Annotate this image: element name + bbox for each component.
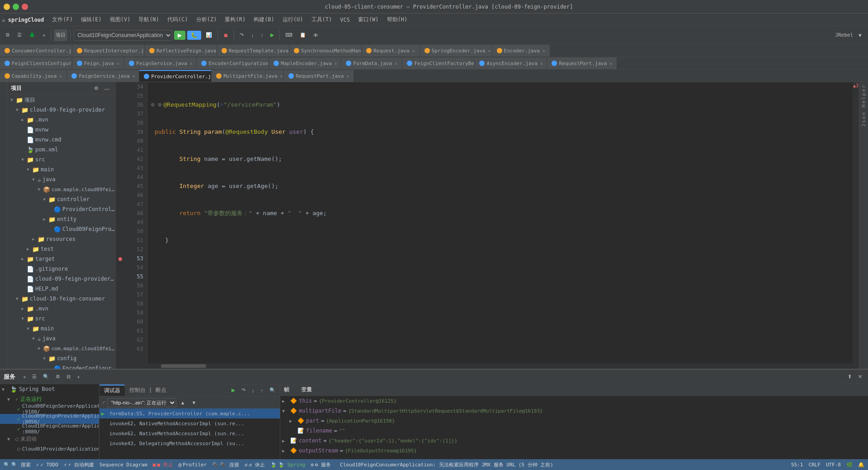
run-config-dropdown[interactable]: Cloud10FeignConsumerApplication: [73, 30, 172, 41]
tree-item-pkg2[interactable]: ▼ 📦 com.maple.cloud10feignconsumer: [7, 343, 115, 353]
tree-item-provider-controller[interactable]: ▶ 🔵 ProviderController: [7, 204, 115, 214]
scrollbar-thumb[interactable]: [161, 364, 206, 368]
tab-feign-clients-config[interactable]: FeignClientsConfiguration.java ✕: [0, 57, 72, 69]
tree-item-mvn2[interactable]: ▶ 📁 .mvn: [7, 304, 115, 314]
tab-reflective-feign[interactable]: ReflectiveFeign.java ✕: [145, 45, 217, 56]
menu-vcs[interactable]: VCS: [336, 15, 354, 24]
status-todo[interactable]: ✓ ✓ TODO: [36, 462, 58, 468]
thread-sort[interactable]: ▼: [189, 399, 199, 406]
status-position[interactable]: 55:1: [791, 462, 803, 468]
tab-close[interactable]: ✕: [280, 74, 283, 79]
toolbar-plus[interactable]: +: [40, 31, 48, 39]
tree-item-cloud10[interactable]: ▼ 📁 cloud-10-feign-consumer: [7, 294, 115, 304]
tab-form-data[interactable]: FormData.java ✕: [341, 57, 402, 69]
tree-item-mvnwcmd1[interactable]: ▶ 📄 mvnw.cmd: [7, 135, 115, 145]
resume[interactable]: ▶: [268, 31, 277, 39]
menu-view[interactable]: 视图(V): [106, 14, 134, 25]
debug-resume[interactable]: ▶: [229, 386, 237, 394]
profile-btn[interactable]: 📊: [203, 31, 215, 39]
spring-boot-root[interactable]: ▼ 🍃 Spring Boot: [0, 384, 99, 394]
tree-item-entity1[interactable]: ▶ 📁 entity: [7, 214, 115, 224]
tree-item-config[interactable]: ▼ 📁 config: [7, 353, 115, 363]
var-content[interactable]: ▶ 📝 content = {"header":{"userId":1},"mo…: [280, 436, 868, 446]
services-add[interactable]: +: [21, 373, 28, 381]
toolbar-settings[interactable]: ⚙: [3, 31, 13, 39]
tab-encoder[interactable]: Encoder.java ✕: [492, 45, 551, 56]
menu-help[interactable]: 帮助(H): [383, 14, 411, 25]
var-filename[interactable]: ▶ 📝 filename = "": [280, 426, 868, 436]
status-profiler[interactable]: @ Profiler: [179, 462, 207, 468]
watches-btn[interactable]: 👁: [311, 31, 321, 39]
tab-close[interactable]: ✕: [540, 61, 543, 66]
cloud09-app[interactable]: ▶ ✓ Cloud09FeignProviderApplication :805…: [0, 414, 99, 424]
step-out[interactable]: ↑: [258, 31, 266, 39]
code-content[interactable]: ⊙ ⊙ @RequestMapping(☞"/serviceParam") pu…: [147, 82, 853, 363]
status-notifications[interactable]: 🔔: [858, 462, 864, 468]
menu-code[interactable]: 代码(C): [164, 14, 192, 25]
toolbar-tree[interactable]: 🌲: [26, 31, 38, 39]
cloud01-app[interactable]: ▶ ○ Cloud01ProviderApplication: [0, 444, 99, 454]
tab-request[interactable]: Request.java ✕: [362, 45, 420, 56]
services-close[interactable]: ✕: [856, 373, 864, 381]
status-git[interactable]: 🌿: [846, 462, 853, 468]
services-settings[interactable]: ⚙: [53, 373, 62, 381]
frames-btn[interactable]: 📋: [297, 31, 309, 39]
tree-item-mvn1[interactable]: ▶ 📁 .mvn: [7, 115, 115, 125]
services-collapse-all[interactable]: ⊟: [64, 373, 73, 381]
sidebar-gear[interactable]: ⚙: [92, 85, 101, 92]
tree-item-cloud09app[interactable]: ▶ 🔵 Cloud09FeignProviderApplication: [7, 224, 115, 234]
tree-item-main1[interactable]: ▼ 📁 main: [7, 164, 115, 174]
menu-refactor[interactable]: 重构(R): [221, 14, 249, 25]
jrebel-settings[interactable]: ▼: [855, 31, 865, 39]
services-filter[interactable]: 🔍: [41, 373, 52, 381]
cloud10-app[interactable]: ▶ ✓ Cloud10FeignConsumerApplication :808…: [0, 424, 99, 434]
tab-close[interactable]: ✕: [190, 61, 193, 66]
menu-edit[interactable]: 编辑(E): [77, 14, 105, 25]
debug-step-into[interactable]: ↓: [250, 386, 257, 394]
tab-close[interactable]: ✕: [542, 48, 545, 53]
tab-feign-service2[interactable]: FeignService.java ✕: [67, 70, 139, 82]
tab-request-template[interactable]: RequestTemplate.java ✕: [217, 45, 289, 56]
evaluate-btn[interactable]: ⌨: [283, 31, 295, 39]
stop-btn[interactable]: ⏹: [221, 31, 231, 39]
close-btn[interactable]: [22, 4, 28, 10]
status-spring[interactable]: 🍃 🍃 Spring: [270, 462, 305, 468]
tab-maple-encoder[interactable]: MapleEncoder.java ✕: [269, 57, 341, 69]
status-stop[interactable]: ■ ■ 终止: [153, 461, 173, 468]
tab-request-part3[interactable]: RequestPart.java ✕: [284, 70, 354, 82]
tree-item-encoder-config[interactable]: ▶ 🔵 EncoderConfiguration: [7, 363, 115, 369]
tab-close[interactable]: ✕: [346, 74, 349, 79]
thread-dropdown[interactable]: "http-nio-...ain": 正在运行: [107, 398, 176, 407]
var-outputstream[interactable]: ▶ 🔶 outputStream = {FileOutputStream@161…: [280, 446, 868, 456]
tab-capability[interactable]: Capability.java ✕: [0, 70, 67, 82]
debug-tab-console[interactable]: 控制台 | 断点: [125, 385, 171, 395]
tab-feign-factory-bean[interactable]: FeignClientFactoryBean.java ✕: [402, 57, 475, 69]
var-multipartfile[interactable]: ▼ 🔶 multipartFile = {StandardMultipartHt…: [280, 406, 868, 416]
tab-close[interactable]: ✕: [609, 61, 612, 66]
tab-async-encoder[interactable]: AsyncEncoder.java ✕: [475, 57, 547, 69]
frame-delegating[interactable]: ▶ invoke43, DelegatingMethodAccessorImpl…: [99, 438, 280, 448]
menu-run[interactable]: 运行(U): [279, 14, 307, 25]
tab-request-part2[interactable]: RequestPart.java ✕: [547, 57, 617, 69]
not-started-status[interactable]: ▼ ○ 未启动: [0, 434, 99, 444]
status-connect[interactable]: 🔌 🔌 连接: [212, 461, 239, 468]
tab-close[interactable]: ✕: [395, 61, 397, 66]
tree-item-src2[interactable]: ▼ 📁 src: [7, 314, 115, 324]
tab-close[interactable]: ✕: [488, 48, 491, 53]
tab-close[interactable]: ✕: [59, 74, 62, 79]
cloud08-app[interactable]: ▶ ✓ Cloud08FeignServerApplication :9100/: [0, 404, 99, 414]
menu-nav[interactable]: 导航(N): [135, 14, 163, 25]
tree-item-java1[interactable]: ▼ ☕ java: [7, 174, 115, 184]
run-button[interactable]: ▶: [174, 31, 185, 40]
services-expand[interactable]: ⬆: [845, 373, 854, 381]
toolbar-layout[interactable]: ☰: [14, 31, 24, 39]
status-crlf[interactable]: CRLF: [808, 462, 821, 468]
debug-filter[interactable]: 🔍: [267, 386, 278, 394]
tree-item-pom1[interactable]: ▶ 🍃 pom.xml: [7, 145, 115, 155]
menu-analyze[interactable]: 分析(Z): [193, 14, 221, 25]
tree-item-test1[interactable]: ▶ 📁 test: [7, 244, 115, 254]
tree-item-project[interactable]: ▼ 📁 项目: [7, 95, 115, 105]
tab-multipart-file[interactable]: MultipartFile.java ✕: [212, 70, 284, 82]
frame-form-data[interactable]: ▶ formData:55, ProviderController (com.m…: [99, 409, 280, 418]
tree-item-mvnw1[interactable]: ▶ 📄 mvnw: [7, 125, 115, 135]
